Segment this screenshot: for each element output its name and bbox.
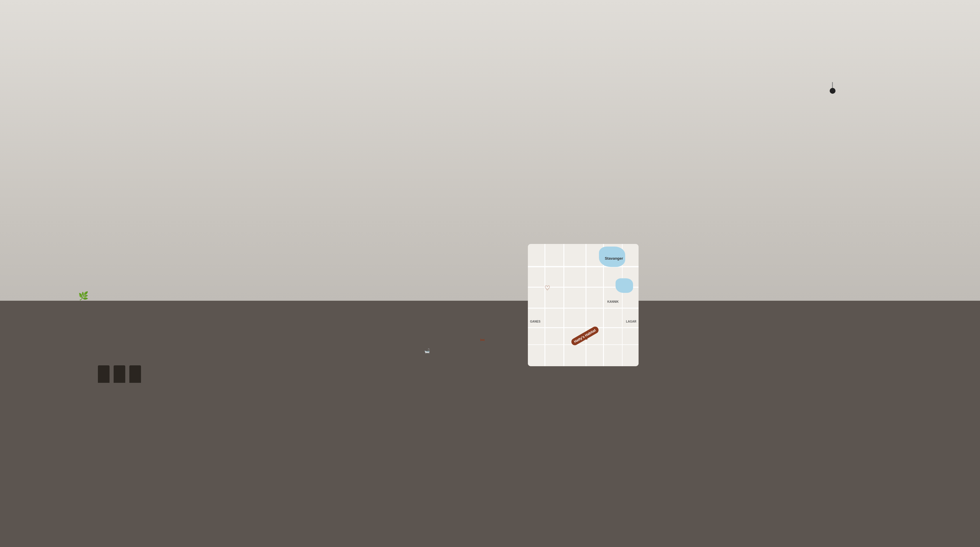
map-water-2 [616, 278, 633, 293]
map-label-stavanger: Stavanger [605, 256, 623, 260]
browser-window: Staysville ✳ Find your next stay Home ✶ … [330, 165, 650, 382]
map-street-v2 [563, 244, 564, 366]
map-background: Stavanger KANNIK GANES LAGAR ♡ Hatty's H… [528, 244, 639, 366]
kitchen-counter [341, 301, 417, 341]
bath-icon: 🛁 [424, 348, 430, 354]
map-label-lagar: LAGAR [626, 320, 636, 323]
content-area: Sort by: A-Z ▼ ▲ Hatty's Habitat – 4 apa… [330, 227, 650, 382]
map-label-kannik: KANNIK [608, 300, 619, 303]
bed-icon: 🛏 [480, 337, 485, 342]
listing-image: 🌿 [341, 257, 417, 341]
map-street-v3 [585, 244, 586, 366]
map-street-v1 [544, 244, 545, 366]
map-panel[interactable]: Stavanger KANNIK GANES LAGAR ♡ Hatty's H… [528, 244, 639, 366]
map-label-ganes: GANES [530, 320, 541, 323]
kitchen-scene: 🌿 [341, 257, 417, 341]
listings-panel: Sort by: A-Z ▼ ▲ Hatty's Habitat – 4 apa… [341, 227, 528, 371]
map-pin-label[interactable]: Hatty's Habitat [570, 325, 600, 347]
listing-card: 🌿 Hatty's Habitat 1A With three bedrooms… [341, 257, 521, 371]
map-pin-outline: ♡ [544, 284, 550, 292]
